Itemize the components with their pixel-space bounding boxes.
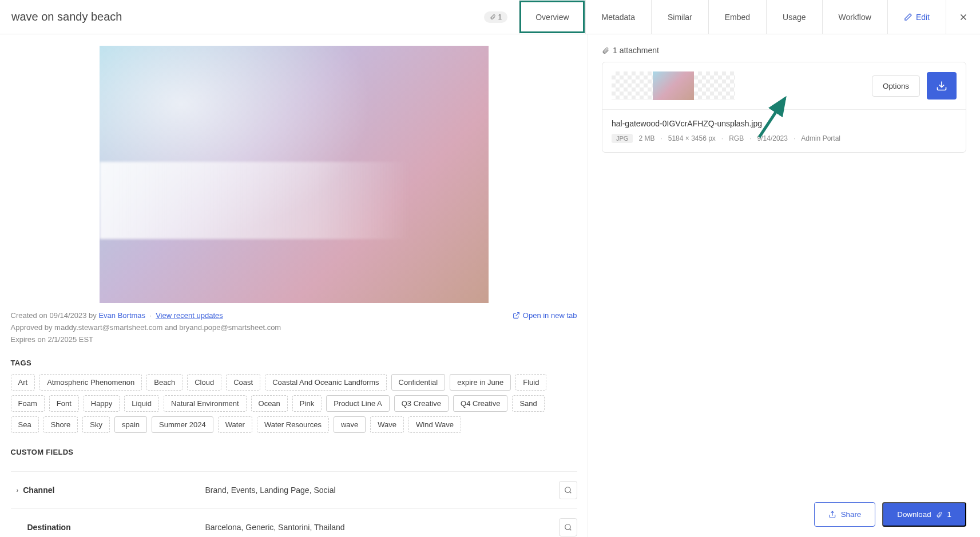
- tag[interactable]: Pink: [292, 395, 322, 412]
- expires-info: Expires on 2/1/2025 EST: [11, 335, 281, 344]
- thumbnail-transparent-left: [612, 71, 653, 100]
- approved-info: Approved by maddy.stewart@smartsheet.com…: [11, 323, 281, 332]
- main-panel: Created on 09/14/2023 by Evan Bortmas · …: [0, 34, 588, 537]
- tag[interactable]: Wind Wave: [408, 416, 461, 433]
- chevron-right-icon: ›: [17, 487, 19, 494]
- custom-field-search-button[interactable]: [559, 481, 577, 499]
- tag[interactable]: Happy: [84, 395, 120, 412]
- paperclip-icon: [936, 511, 943, 518]
- tag[interactable]: Beach: [146, 374, 182, 391]
- tag[interactable]: Natural Environment: [164, 395, 247, 412]
- tag[interactable]: Water: [218, 416, 252, 433]
- close-button[interactable]: [946, 0, 980, 34]
- created-info: Created on 09/14/2023 by Evan Bortmas · …: [11, 311, 281, 320]
- close-icon: [958, 12, 969, 22]
- svg-point-0: [565, 487, 570, 492]
- tag[interactable]: Water Resources: [257, 416, 329, 433]
- tag[interactable]: Cloud: [187, 374, 221, 391]
- tab-similar[interactable]: Similar: [651, 0, 708, 34]
- tag[interactable]: Font: [49, 395, 79, 412]
- format-badge: JPG: [612, 134, 633, 143]
- thumbnail-preview[interactable]: [653, 71, 694, 100]
- custom-field-search-button[interactable]: [559, 518, 577, 536]
- download-icon: [936, 80, 947, 92]
- tag[interactable]: Confidential: [391, 374, 446, 391]
- tag[interactable]: Sky: [82, 416, 110, 433]
- tag[interactable]: Shore: [43, 416, 78, 433]
- file-size: 2 MB: [638, 134, 654, 142]
- share-icon: [828, 511, 836, 519]
- custom-field-value: Barcelona, Generic, Santorini, Thailand: [205, 523, 559, 532]
- tag[interactable]: Coastal And Oceanic Landforms: [265, 374, 386, 391]
- attachments-header: 1 attachment: [602, 46, 966, 55]
- attachment-filename: hal-gatewood-0IGVcrAFHZQ-unsplash.jpg: [612, 119, 957, 128]
- tag[interactable]: Q3 Creative: [394, 395, 449, 412]
- upload-source: Admin Portal: [801, 134, 840, 142]
- tag[interactable]: Product Line A: [326, 395, 390, 412]
- tag[interactable]: expire in June: [450, 374, 511, 391]
- tab-workflow[interactable]: Workflow: [822, 0, 887, 34]
- page-title: wave on sandy beach: [11, 10, 122, 23]
- custom-field-label[interactable]: Destination: [11, 523, 205, 532]
- tab-embed[interactable]: Embed: [708, 0, 766, 34]
- tag[interactable]: Fluid: [515, 374, 546, 391]
- tag[interactable]: wave: [334, 416, 366, 433]
- tags-list: ArtAtmospheric PhenomenonBeachCloudCoast…: [11, 374, 577, 433]
- tag[interactable]: spain: [114, 416, 147, 433]
- custom-field-row: ›ChannelBrand, Events, Landing Page, Soc…: [11, 471, 577, 509]
- svg-point-1: [565, 524, 570, 530]
- tag[interactable]: Atmospheric Phenomenon: [39, 374, 142, 391]
- custom-fields-heading: CUSTOM FIELDS: [11, 448, 577, 456]
- tag[interactable]: Sea: [11, 416, 39, 433]
- tab-overview[interactable]: Overview: [519, 0, 585, 34]
- tag[interactable]: Ocean: [251, 395, 288, 412]
- custom-fields-list: ›ChannelBrand, Events, Landing Page, Soc…: [11, 471, 577, 537]
- download-attachment-button[interactable]: [927, 72, 957, 100]
- search-icon: [564, 486, 572, 494]
- tags-heading: TAGS: [11, 359, 577, 367]
- paperclip-icon: [602, 47, 609, 54]
- tag[interactable]: Art: [11, 374, 35, 391]
- thumbnail-strip: [612, 71, 735, 100]
- tag[interactable]: Sand: [512, 395, 544, 412]
- search-icon: [564, 523, 572, 531]
- download-button[interactable]: Download 1: [882, 502, 966, 527]
- attachment-count: 1: [498, 13, 502, 21]
- attachment-card: Options hal-gatewood-0IGVcrAFHZQ-unsplas…: [602, 62, 966, 153]
- upload-date: 9/14/2023: [757, 134, 788, 142]
- tag[interactable]: Liquid: [124, 395, 159, 412]
- share-button[interactable]: Share: [814, 502, 876, 527]
- paperclip-icon: [490, 14, 496, 20]
- tag[interactable]: Q4 Creative: [453, 395, 507, 412]
- options-button[interactable]: Options: [872, 75, 920, 97]
- tab-usage[interactable]: Usage: [766, 0, 822, 34]
- color-mode: RGB: [729, 134, 744, 142]
- external-link-icon: [513, 312, 520, 319]
- tag[interactable]: Coast: [226, 374, 260, 391]
- tag[interactable]: Foam: [11, 395, 45, 412]
- header-bar: wave on sandy beach 1 Overview Metadata …: [0, 0, 980, 34]
- custom-field-row: DestinationBarcelona, Generic, Santorini…: [11, 509, 577, 537]
- creator-link[interactable]: Evan Bortmas: [98, 311, 145, 320]
- tab-edit[interactable]: Edit: [887, 0, 946, 34]
- tabs: Overview Metadata Similar Embed Usage Wo…: [519, 0, 946, 34]
- custom-field-value: Brand, Events, Landing Page, Social: [205, 486, 559, 495]
- image-preview[interactable]: [100, 46, 489, 303]
- custom-field-label[interactable]: ›Channel: [11, 486, 205, 495]
- tag[interactable]: Wave: [370, 416, 404, 433]
- attachment-count-badge[interactable]: 1: [484, 11, 508, 23]
- tab-metadata[interactable]: Metadata: [585, 0, 651, 34]
- tag[interactable]: Summer 2024: [152, 416, 213, 433]
- open-new-tab-link[interactable]: Open in new tab: [513, 311, 577, 320]
- pencil-icon: [904, 13, 912, 21]
- thumbnail-transparent-right: [694, 71, 735, 100]
- footer-actions: Share Download 1: [814, 502, 966, 527]
- attachment-meta: JPG 2 MB · 5184 × 3456 px · RGB · 9/14/2…: [612, 134, 957, 143]
- dimensions: 5184 × 3456 px: [668, 134, 716, 142]
- attachments-panel: 1 attachment Options hal-gatewood-0IGVcr…: [588, 34, 980, 537]
- view-updates-link[interactable]: View recent updates: [156, 311, 223, 320]
